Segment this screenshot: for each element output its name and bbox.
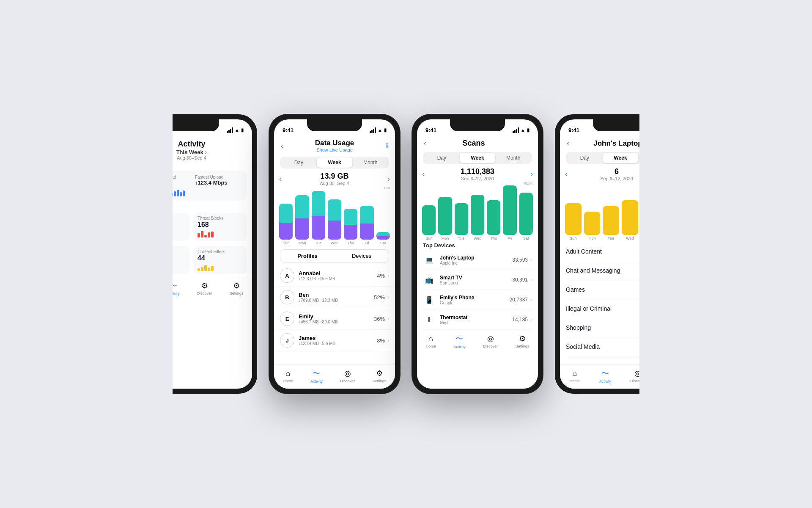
chevron-icon4: › [387,337,389,343]
p3-bar-thu: Thu [487,185,500,240]
phone1-screen: 9:41 ▲ ▮ Activity [173,119,252,389]
p3-bar-sun: Sun [422,185,436,240]
cat-shopping[interactable]: Shopping [566,318,639,337]
phone-icon: 📱 [423,293,436,306]
device-chevron2: › [530,277,532,283]
p2-nav-home[interactable]: ⌂ Home [283,369,293,383]
stat-content-filters: Content Filters 44 [193,246,247,274]
activity-icon: 〜 [173,281,177,291]
phone3-wrapper: 9:41 ▲ ▮ ‹ Scans [412,114,543,394]
battery-icon3: ▮ [527,127,529,133]
p4-nav-home[interactable]: ⌂ Home [570,369,580,383]
p4-seg-week[interactable]: Week [603,153,639,163]
internet-section-label: rnet [173,162,252,169]
battery-icon2: ▮ [384,127,387,133]
avatar-emily: E [280,312,294,326]
top-devices-label: Top Devices [423,242,532,248]
avatar-ben: B [280,290,294,304]
profile-james[interactable]: J James ↓123.4 MB ↑5.6 MB 8% › [274,330,395,351]
phone2-wrapper: 9:41 ▲ ▮ ‹ Data [269,114,400,394]
data-mini-bars [173,188,185,196]
p4-seg-day[interactable]: Day [567,153,603,163]
next-week-btn[interactable]: › [205,149,207,155]
device-emilys-phone[interactable]: 📱 Emily's Phone Google 20,7337 › [423,290,532,310]
p2-nav-activity[interactable]: 〜 Activity [310,368,323,384]
device-thermostat[interactable]: 🌡 Thermostat Nest 14,185 › [423,310,532,330]
phone2-time: 9:41 [283,127,294,133]
p3-next-btn[interactable]: › [530,170,533,179]
p4-total: 6 [600,167,633,176]
p3-nav-discover[interactable]: ◎ Discover [483,334,498,348]
phone4-screen: 9:41 ▲ ‹ John's Laptop Mo [560,119,639,389]
p4-activity-icon: 〜 [601,368,609,378]
profile-list: A Annabel ↓12.3 GB ↑45.6 MB 4% › B Ben ↓… [274,265,395,364]
profiles-tab[interactable]: Profiles [280,250,335,262]
phone1-status-icons: ▲ ▮ [227,127,244,133]
phone2-chart-area: ‹ 13.9 GB Aug 30–Sep 4 › 100 [274,170,395,247]
profile-annabel[interactable]: A Annabel ↓12.3 GB ↑45.6 MB 4% › [274,265,395,287]
seg-month[interactable]: Month [352,157,388,168]
p3-nav-home[interactable]: ⌂ Home [426,334,436,348]
p3-seg-day[interactable]: Day [424,153,460,163]
avatar-annabel: A [280,268,294,283]
p4-nav-activity[interactable]: 〜 Activity [599,368,611,384]
blocks-mini-bars [173,263,186,271]
bar-chart2: Sun Mon [279,186,390,245]
p2-activity-icon: 〜 [313,368,320,378]
cat-games[interactable]: Games [566,280,639,299]
stat-scans: ns 5,875 [173,213,190,241]
p2-home-icon: ⌂ [285,369,290,378]
p4-bar-chart: Sun Mon Tue Wed [565,181,639,240]
p3-seg-month[interactable]: Month [495,153,531,163]
phone3-segment: Day Week Month [423,152,532,164]
phone1-bottom-nav: ⌂ Home 〜 Activity ⚙ Discover ⚙ Settings [173,277,252,301]
cat-adult-content[interactable]: Adult Content [566,242,639,261]
phone2-header: ‹ Data Usage Show Live Usage ℹ [274,136,395,155]
p4-nav-discover[interactable]: ◎ Discover [631,369,639,383]
phone4-notch [593,119,639,131]
info-button[interactable]: ℹ [386,142,388,150]
p3-nav-activity[interactable]: 〜 Activity [453,334,466,349]
next-period-btn[interactable]: › [387,174,390,183]
phone2-bottom-nav: ⌂ Home 〜 Activity ◎ Discover ⚙ Settings [274,364,395,389]
bar-sun: Sun [279,190,293,245]
seg-week[interactable]: Week [317,157,353,168]
p2-nav-discover[interactable]: ◎ Discover [340,369,355,383]
devices-tab[interactable]: Devices [335,250,389,262]
back-button2[interactable]: ‹ [281,141,283,150]
device-chevron4: › [530,317,532,323]
device-johns-laptop[interactable]: 💻 John's Laptop Apple Inc 33,593 › [423,250,532,270]
discover-icon: ⚙ [201,281,208,290]
p2-settings-icon: ⚙ [376,369,383,378]
phone2: 9:41 ▲ ▮ ‹ Data [269,114,400,394]
profile-emily[interactable]: E Emily ↓456.7 MB ↑89.0 MB 36% › [274,308,395,330]
p3-prev-btn[interactable]: ‹ [422,170,425,179]
profile-ben[interactable]: B Ben ↓789.0 MB ↑12.3 MB 52% › [274,287,395,308]
p4-prev-btn[interactable]: ‹ [565,170,568,179]
tv-icon: 📺 [423,273,436,286]
seg-day[interactable]: Day [281,157,317,168]
filters-mini-bars [198,263,243,271]
laptop-icon: 💻 [423,254,436,266]
nav-activity[interactable]: 〜 Activity [173,281,180,296]
cat-social-media[interactable]: Social Media [566,337,639,356]
p3-scale-bottom: 0 [531,229,533,234]
cat-chat-messaging[interactable]: Chat and Messaging [566,261,639,280]
prev-period-btn[interactable]: ‹ [279,174,282,183]
phone4-time: 9:41 [568,127,579,133]
fastest-download: Fastest Download 23 Mbps [173,175,188,186]
p3-seg-week[interactable]: Week [460,153,496,163]
p4-seg-month[interactable]: Mont [638,153,639,163]
stats-row-1: ns 5,875 Threat Blocks 168 [173,213,247,241]
p3-nav-settings[interactable]: ⚙ Settings [516,334,529,348]
phone2-status-icons: ▲ ▮ [370,127,387,133]
cat-illegal-criminal[interactable]: Illegal or Criminal [566,299,639,318]
chevron-icon2: › [387,294,389,300]
p4-date: Sep 6–12, 2020 [600,176,633,181]
nav-settings[interactable]: ⚙ Settings [230,281,244,295]
chart-nav3: ‹ 1,110,383 Sep 6–12, 2020 › [422,167,533,181]
p2-nav-settings[interactable]: ⚙ Settings [373,369,387,383]
device-smart-tv[interactable]: 📺 Smart TV Samsung 30,391 › [423,270,532,290]
p3-discover-icon: ◎ [487,334,494,343]
nav-discover[interactable]: ⚙ Discover [197,281,212,295]
